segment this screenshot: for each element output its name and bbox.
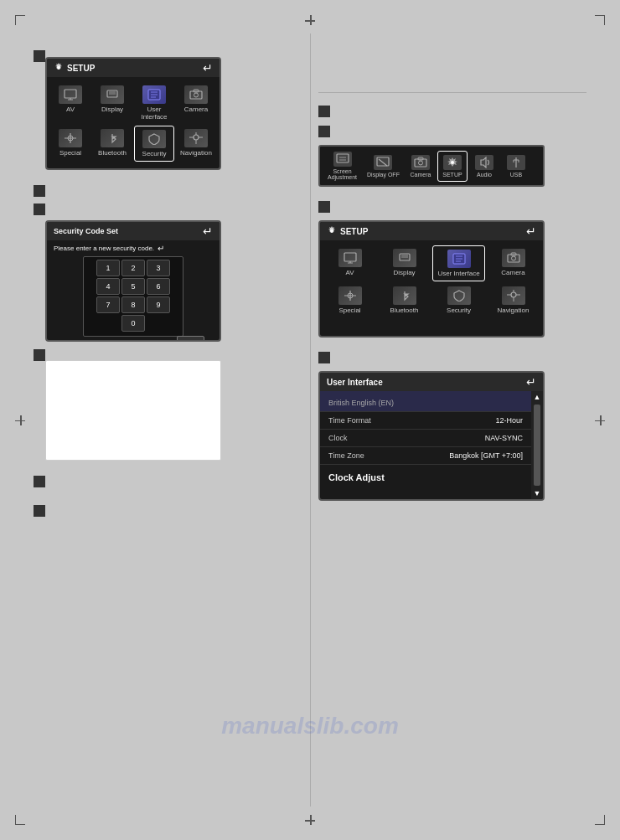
security-label: Security <box>142 150 167 157</box>
numpad-row-3: 7 8 9 <box>86 296 180 313</box>
display-off-label: Display OFF <box>367 172 400 178</box>
white-rect-container <box>45 360 221 461</box>
setup2-navigation-icon <box>502 286 525 305</box>
numpad-1[interactable]: 1 <box>96 260 120 276</box>
setup2-navigation-label: Navigation <box>498 307 530 314</box>
screen-adjustment-label: ScreenAdjustment <box>328 168 357 180</box>
setup-icon-security[interactable]: Security <box>134 126 174 162</box>
setup2-icon-bluetooth[interactable]: Bluetooth <box>378 283 431 317</box>
navigation-icon <box>184 129 208 147</box>
ui-scroll-thumb <box>534 405 540 486</box>
right-step-4-row <box>318 349 586 364</box>
ui-screen-header: User Interface ↵ <box>320 373 543 391</box>
right-step-1-bullet <box>318 106 330 117</box>
right-top-divider <box>318 92 586 93</box>
setup2-ui-label: User Interface <box>437 270 479 277</box>
bar-audio-icon <box>475 155 493 170</box>
setup2-av-icon <box>338 249 362 267</box>
camera-label: Camera <box>184 106 208 113</box>
setup-icon-ui[interactable]: User Interface <box>134 82 174 124</box>
setup-icon-special[interactable]: Special <box>50 126 90 162</box>
setup-screen-2: SETUP ↵ AV Display <box>318 220 545 338</box>
ui-row-clock[interactable]: Clock NAV-SYNC <box>320 430 531 447</box>
numpad-4[interactable]: 4 <box>96 278 120 295</box>
setup-screen-1-title: SETUP <box>54 63 95 73</box>
step-1-bullet <box>34 50 45 62</box>
av-icon <box>59 85 82 104</box>
svg-point-12 <box>194 93 199 97</box>
setup-screen-1: SETUP ↵ AV Display <box>45 57 221 170</box>
enter-button[interactable]: Enter <box>177 336 204 342</box>
numpad-5[interactable]: 5 <box>121 278 145 295</box>
setup-screen-2-container: SETUP ↵ AV Display <box>318 220 586 338</box>
bar-item-usb[interactable]: USB <box>501 152 531 181</box>
ui-screen-back[interactable]: ↵ <box>526 375 536 389</box>
setup-screen-2-back[interactable]: ↵ <box>526 224 536 238</box>
setup2-icon-ui[interactable]: User Interface <box>432 245 485 281</box>
setup-icon-bluetooth[interactable]: Bluetooth <box>92 126 132 162</box>
right-step-1-row <box>318 103 586 118</box>
ui-scroll-down-button[interactable]: ▼ <box>532 487 543 499</box>
right-step-2-bullet <box>318 126 330 137</box>
step-6-row <box>34 502 50 518</box>
ui-top-banner: British English (EN) <box>320 391 543 412</box>
setup-screen-1-header: SETUP ↵ <box>47 59 220 77</box>
bluetooth-label: Bluetooth <box>98 149 127 157</box>
bar-item-screen-adjustment[interactable]: ScreenAdjustment <box>323 148 361 183</box>
special-icon <box>59 129 82 147</box>
setup2-icon-special[interactable]: Special <box>323 283 376 317</box>
setup-screen-2-title: SETUP <box>327 226 368 236</box>
bar-audio-label: Audio <box>477 172 492 178</box>
cross-top <box>305 15 315 25</box>
ui-scroll-up-button[interactable]: ▲ <box>532 391 543 403</box>
security-code-screen: Security Code Set ↵ Please enter a new s… <box>45 220 221 342</box>
bar-usb-icon <box>507 155 525 170</box>
ui-clock-adjust-row[interactable]: Clock Adjust <box>320 465 531 488</box>
numpad-8[interactable]: 8 <box>121 296 145 313</box>
security-code-body: Please enter a new security code. ↵ 1 2 … <box>47 240 220 342</box>
numpad-6[interactable]: 6 <box>147 278 170 295</box>
svg-line-26 <box>379 159 387 166</box>
setup-screen-1-back[interactable]: ↵ <box>203 61 213 75</box>
numpad-0[interactable]: 0 <box>121 315 145 332</box>
bar-setup-icon <box>443 155 462 170</box>
setup2-camera-label: Camera <box>501 269 524 276</box>
numpad-9[interactable]: 9 <box>147 296 170 313</box>
bar-item-audio[interactable]: Audio <box>469 152 499 181</box>
setup-icon-display[interactable]: Display <box>92 82 132 124</box>
setup2-gear-icon <box>327 226 337 236</box>
right-step-4-bullet <box>318 352 330 363</box>
security-icon <box>142 130 166 148</box>
setup2-icon-av[interactable]: AV <box>323 245 376 281</box>
corner-mark-br <box>595 815 605 825</box>
setup2-icon-display[interactable]: Display <box>378 245 431 281</box>
setup-icon-camera[interactable]: Camera <box>176 82 216 124</box>
setup-icon-av[interactable]: AV <box>50 82 90 124</box>
bar-item-display-off[interactable]: Display OFF <box>363 152 404 181</box>
ui-time-format-value: 12-Hour <box>495 416 523 425</box>
security-code-container: Security Code Set ↵ Please enter a new s… <box>45 214 221 342</box>
right-column: ScreenAdjustment Display OFF Camera SETU… <box>318 92 586 501</box>
setup2-camera-icon <box>502 249 525 267</box>
numpad-row-2: 4 5 6 <box>86 278 180 295</box>
step-5-bullet <box>34 476 45 487</box>
numpad-7[interactable]: 7 <box>96 296 120 313</box>
setup2-icon-security[interactable]: Security <box>432 283 485 317</box>
column-divider <box>310 33 311 807</box>
ui-time-format-label: Time Format <box>328 416 371 425</box>
setup-icon-navigation[interactable]: Navigation <box>176 126 216 162</box>
numpad-2[interactable]: 2 <box>121 260 145 276</box>
ui-label: User Interface <box>136 106 173 121</box>
bar-item-camera[interactable]: Camera <box>406 152 436 181</box>
bar-item-setup[interactable]: SETUP <box>437 151 468 182</box>
setup2-icon-camera[interactable]: Camera <box>487 245 540 281</box>
setup2-icon-navigation[interactable]: Navigation <box>487 283 540 317</box>
horizontal-bar-menu: ScreenAdjustment Display OFF Camera SETU… <box>318 145 545 187</box>
security-prompt: Please enter a new security code. ↵ <box>54 244 213 253</box>
ui-row-time-zone[interactable]: Time Zone Bangkok [GMT +7:00] <box>320 447 531 465</box>
numpad-3[interactable]: 3 <box>147 260 170 276</box>
security-code-header: Security Code Set ↵ <box>47 222 220 240</box>
security-code-back[interactable]: ↵ <box>203 224 213 238</box>
ui-row-time-format[interactable]: Time Format 12-Hour <box>320 412 531 430</box>
av-label: AV <box>66 106 75 113</box>
